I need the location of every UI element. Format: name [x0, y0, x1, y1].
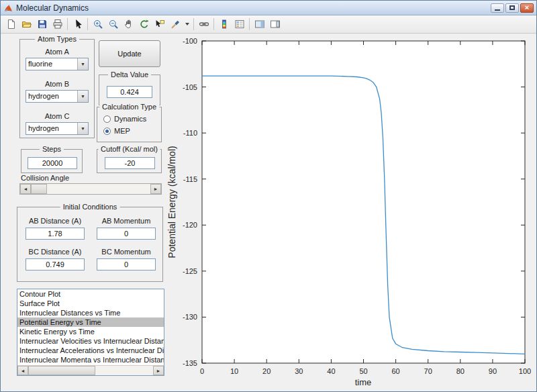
insert-legend-button[interactable]	[232, 17, 247, 32]
svg-text:80: 80	[456, 367, 465, 375]
toolbar-separator	[87, 18, 88, 30]
edit-plot-button[interactable]	[70, 17, 85, 32]
update-button[interactable]: Update	[99, 40, 160, 67]
atom-types-panel: Atom Types Atom A fluorine ▼ Atom B hydr…	[19, 39, 95, 138]
chevron-down-icon	[185, 23, 189, 26]
show-plot-tools-button[interactable]	[267, 17, 283, 32]
slider-thumb[interactable]	[31, 184, 47, 194]
open-file-button[interactable]	[19, 17, 34, 32]
plot-axes: 0102030405060708090100-135-130-125-120-1…	[166, 34, 537, 391]
maximize-button[interactable]	[505, 3, 519, 13]
toolbar-separator	[193, 18, 194, 30]
scroll-left-button[interactable]: ◄	[17, 366, 28, 375]
list-item[interactable]: Potential Energy vs Time	[17, 317, 164, 327]
calc-option-dynamics[interactable]: Dynamics	[103, 115, 146, 123]
svg-text:30: 30	[295, 367, 303, 375]
zoom-in-button[interactable]	[90, 17, 105, 32]
bc-momentum-field[interactable]	[97, 258, 156, 271]
brush-dropdown-button[interactable]	[183, 17, 191, 32]
scroll-thumb[interactable]	[28, 366, 95, 375]
dropdown-arrow-icon[interactable]: ▼	[77, 123, 88, 134]
data-cursor-icon	[154, 19, 165, 30]
steps-title: Steps	[40, 145, 64, 153]
calc-option-label: MEP	[114, 127, 130, 135]
list-item[interactable]: Internuclear Accelerations vs Internucle…	[17, 346, 164, 355]
new-figure-button[interactable]	[3, 17, 19, 32]
hand-icon	[124, 19, 134, 30]
close-button[interactable]: ×	[520, 3, 534, 13]
atom-types-title: Atom Types	[35, 35, 79, 43]
list-item[interactable]: Internuclear Velocities vs Internuclear …	[17, 336, 164, 346]
hide-plot-tools-button[interactable]	[252, 17, 267, 32]
rotate-3d-button[interactable]	[136, 17, 152, 32]
list-item[interactable]: Internuclear Distances vs Time	[17, 308, 164, 317]
atom-c-label: Atom C	[20, 112, 94, 120]
window-controls: ×	[491, 3, 534, 13]
title-bar[interactable]: Molecular Dynamics ×	[1, 1, 536, 15]
open-folder-icon	[21, 19, 32, 30]
link-icon	[199, 19, 209, 30]
atom-a-dropdown[interactable]: fluorine ▼	[26, 58, 89, 70]
minimize-button[interactable]	[491, 3, 504, 13]
list-item[interactable]: Internuclear Momenta vs Internuclear Dis…	[17, 355, 164, 364]
close-icon: ×	[525, 4, 529, 11]
svg-text:40: 40	[327, 367, 335, 375]
pointer-icon	[72, 19, 83, 30]
legend-icon	[234, 19, 245, 30]
save-figure-button[interactable]	[34, 17, 50, 32]
list-item[interactable]: Surface Plot	[17, 299, 164, 308]
listbox-hscrollbar[interactable]: ◄ ►	[17, 365, 164, 375]
dropdown-arrow-icon[interactable]: ▼	[77, 58, 88, 70]
delta-value-panel: Delta Value	[99, 75, 160, 105]
svg-text:10: 10	[230, 367, 238, 375]
scroll-right-button[interactable]: ►	[153, 366, 164, 375]
plot-type-listbox[interactable]: Contour PlotSurface PlotInternuclear Dis…	[17, 289, 164, 376]
svg-text:-135: -135	[183, 359, 197, 367]
ab-momentum-field[interactable]	[97, 228, 156, 240]
ab-distance-label: AB Distance (A)	[23, 217, 87, 225]
figure-canvas: Atom Types Atom A fluorine ▼ Atom B hydr…	[1, 34, 536, 391]
plot-background	[202, 41, 525, 363]
scroll-track[interactable]	[95, 366, 153, 375]
collision-angle-label: Collision Angle	[21, 174, 69, 182]
collision-angle-slider[interactable]: ◄ ►	[19, 183, 162, 195]
list-item[interactable]: Contour Plot	[17, 289, 164, 299]
slider-track[interactable]	[47, 184, 150, 194]
insert-colorbar-button[interactable]	[216, 17, 232, 32]
data-cursor-button[interactable]	[152, 17, 167, 32]
calc-radio[interactable]	[103, 115, 111, 123]
bc-distance-label: BC Distance (A)	[23, 248, 87, 256]
atom-b-value: hydrogen	[26, 91, 77, 102]
atom-c-dropdown[interactable]: hydrogen ▼	[26, 122, 89, 135]
calc-radio[interactable]	[103, 128, 111, 135]
cutoff-field[interactable]	[105, 157, 155, 169]
print-icon	[52, 19, 63, 30]
brush-icon	[170, 19, 181, 30]
calculation-type-panel: Calculation Type Dynamics MEP	[97, 107, 162, 142]
cutoff-panel: Cutoff (Kcal/ mol)	[97, 149, 162, 173]
brush-data-button[interactable]	[167, 17, 183, 32]
bc-distance-field[interactable]	[26, 258, 85, 271]
dropdown-arrow-icon[interactable]: ▼	[77, 91, 88, 102]
svg-text:20: 20	[262, 367, 271, 375]
zoom-out-button[interactable]	[105, 17, 121, 32]
link-plot-button[interactable]	[196, 17, 211, 32]
steps-field[interactable]	[28, 157, 77, 169]
slider-right-arrow[interactable]: ►	[150, 184, 161, 194]
plot-type-items: Contour PlotSurface PlotInternuclear Dis…	[17, 289, 164, 365]
new-figure-icon	[6, 19, 17, 30]
svg-text:-130: -130	[183, 313, 197, 321]
pan-button[interactable]	[121, 17, 136, 32]
rotate-icon	[139, 19, 150, 30]
calc-option-mep[interactable]: MEP	[103, 127, 130, 135]
svg-text:-115: -115	[183, 175, 197, 183]
ab-distance-field[interactable]	[26, 228, 85, 240]
calculation-type-title: Calculation Type	[99, 103, 159, 111]
app-window: Molecular Dynamics ×	[0, 0, 537, 392]
delta-value-field[interactable]	[107, 86, 152, 98]
atom-b-dropdown[interactable]: hydrogen ▼	[26, 90, 89, 103]
y-axis-label: Potential Energy (kcal/mol)	[166, 146, 177, 258]
slider-left-arrow[interactable]: ◄	[20, 184, 31, 194]
list-item[interactable]: Kinetic Energy vs Time	[17, 327, 164, 336]
print-figure-button[interactable]	[50, 17, 65, 32]
